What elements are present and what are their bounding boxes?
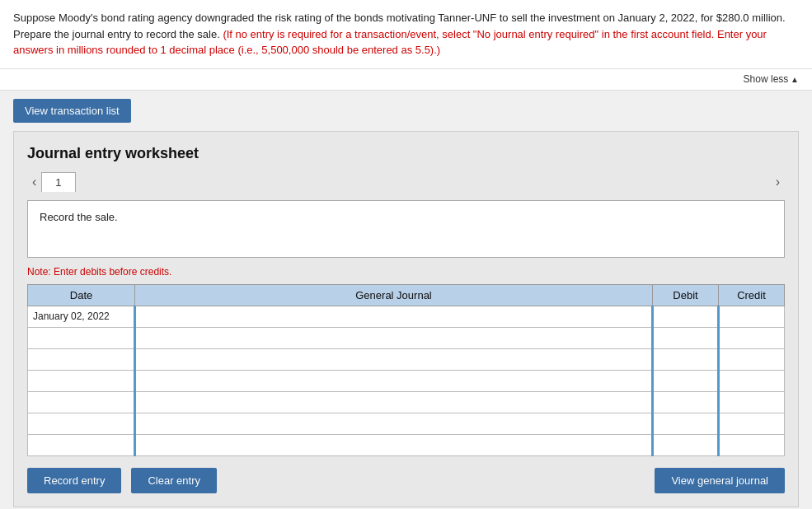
debit-input[interactable] <box>657 395 714 409</box>
credit-cell[interactable] <box>719 348 785 370</box>
credit-cell[interactable] <box>719 391 785 413</box>
general-journal-cell[interactable] <box>135 413 653 434</box>
col-header-date: Date <box>28 284 135 306</box>
credit-input[interactable] <box>723 395 781 409</box>
date-input[interactable] <box>31 374 130 387</box>
debit-input[interactable] <box>657 331 714 344</box>
debit-cell[interactable] <box>653 391 719 413</box>
date-cell[interactable] <box>28 413 135 434</box>
debit-input[interactable] <box>657 417 714 430</box>
date-cell[interactable] <box>28 348 135 370</box>
note-text: Note: Enter debits before credits. <box>27 266 785 278</box>
worksheet-title: Journal entry worksheet <box>27 145 785 162</box>
credit-cell[interactable] <box>719 434 785 455</box>
intro-section: Suppose Moody's bond rating agency downg… <box>0 0 812 69</box>
credit-input[interactable] <box>723 374 781 387</box>
general-journal-cell[interactable] <box>135 434 653 455</box>
general-journal-input[interactable] <box>139 438 648 451</box>
general-journal-cell[interactable] <box>135 348 653 370</box>
debit-cell[interactable] <box>653 348 719 370</box>
tab-navigation: ‹ 1 › <box>27 172 785 192</box>
credit-cell[interactable] <box>719 306 785 327</box>
date-cell[interactable] <box>28 391 135 413</box>
general-journal-input[interactable] <box>139 417 648 430</box>
general-journal-input[interactable] <box>139 374 648 387</box>
next-tab-arrow[interactable]: › <box>771 173 785 191</box>
credit-input[interactable] <box>723 417 781 430</box>
show-less-link[interactable]: Show less <box>744 73 799 85</box>
debit-input[interactable] <box>657 353 714 366</box>
date-input[interactable] <box>31 438 130 451</box>
col-header-credit: Credit <box>719 284 785 306</box>
table-row <box>28 348 785 370</box>
prev-tab-arrow[interactable]: ‹ <box>27 173 41 191</box>
date-input[interactable] <box>31 395 130 409</box>
debit-input[interactable] <box>657 310 714 323</box>
general-journal-input[interactable] <box>139 353 648 366</box>
credit-input[interactable] <box>723 331 781 344</box>
general-journal-input[interactable] <box>139 395 648 409</box>
show-less-row: Show less <box>0 69 812 91</box>
date-cell[interactable] <box>28 434 135 455</box>
general-journal-input[interactable] <box>139 331 648 344</box>
date-cell[interactable] <box>28 327 135 348</box>
table-row: January 02, 2022 <box>28 306 785 327</box>
view-general-journal-button[interactable]: View general journal <box>655 468 785 493</box>
debit-cell[interactable] <box>653 370 719 391</box>
debit-cell[interactable] <box>653 327 719 348</box>
debit-cell[interactable] <box>653 413 719 434</box>
credit-cell[interactable] <box>719 370 785 391</box>
tab-1[interactable]: 1 <box>41 172 75 192</box>
date-input[interactable] <box>31 331 130 344</box>
col-header-debit: Debit <box>653 284 719 306</box>
date-input[interactable] <box>31 353 130 366</box>
debit-input[interactable] <box>657 438 714 451</box>
table-row <box>28 327 785 348</box>
credit-input[interactable] <box>723 310 781 323</box>
date-cell: January 02, 2022 <box>28 306 135 327</box>
debit-cell[interactable] <box>653 434 719 455</box>
general-journal-cell[interactable] <box>135 306 653 327</box>
general-journal-cell[interactable] <box>135 327 653 348</box>
debit-cell[interactable] <box>653 306 719 327</box>
journal-table: Date General Journal Debit Credit Januar… <box>27 284 785 456</box>
credit-input[interactable] <box>723 438 781 451</box>
general-journal-cell[interactable] <box>135 370 653 391</box>
credit-cell[interactable] <box>719 327 785 348</box>
table-row <box>28 434 785 455</box>
debit-input[interactable] <box>657 374 714 387</box>
journal-entry-worksheet: Journal entry worksheet ‹ 1 › Record the… <box>13 131 799 507</box>
general-journal-input[interactable] <box>139 310 648 323</box>
clear-entry-button[interactable]: Clear entry <box>131 468 217 493</box>
general-journal-cell[interactable] <box>135 391 653 413</box>
record-entry-button[interactable]: Record entry <box>27 468 121 493</box>
date-input[interactable] <box>31 417 130 430</box>
credit-cell[interactable] <box>719 413 785 434</box>
col-header-general-journal: General Journal <box>135 284 653 306</box>
record-description: Record the sale. <box>27 200 785 258</box>
action-buttons-row: Record entry Clear entry View general jo… <box>27 468 785 493</box>
view-transaction-button[interactable]: View transaction list <box>13 99 131 123</box>
credit-input[interactable] <box>723 353 781 366</box>
table-row <box>28 370 785 391</box>
table-row <box>28 413 785 434</box>
table-row <box>28 391 785 413</box>
date-cell[interactable] <box>28 370 135 391</box>
record-description-text: Record the sale. <box>40 211 118 223</box>
